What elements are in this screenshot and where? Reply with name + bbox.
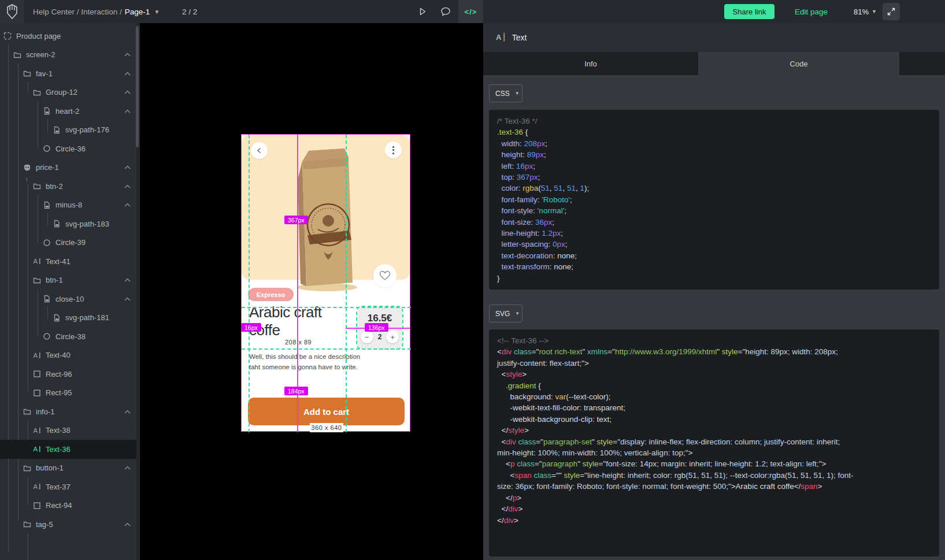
layer-row-rect-95[interactable]: Rect-95 <box>0 384 136 403</box>
layer-label: Text-38 <box>46 426 71 435</box>
favorite-button[interactable] <box>373 264 396 287</box>
collapse-chevron-icon[interactable] <box>124 466 131 470</box>
css-code-line: font-size: 36px; <box>497 217 931 228</box>
quantity-increase-button[interactable]: + <box>386 331 399 343</box>
layer-row-svg-path-181[interactable]: svg-path-181 <box>0 309 136 328</box>
layer-row-text-38[interactable]: AText-38 <box>0 421 136 440</box>
layer-row-circle-36[interactable]: Circle-36 <box>0 139 136 158</box>
layer-row-btn-2[interactable]: btn-2 <box>0 177 136 196</box>
phone-frame: Expresso Arabic craft coffe 208 x 89 16.… <box>241 134 410 432</box>
layer-row-rect-96[interactable]: Rect-96 <box>0 365 136 384</box>
layer-row-svg-path-176[interactable]: svg-path-176 <box>0 121 136 140</box>
collapse-chevron-icon[interactable] <box>124 203 131 207</box>
share-link-button[interactable]: Share link <box>724 4 774 19</box>
css-code-line: font-style: 'normal'; <box>497 205 931 216</box>
css-code-block: /* Text-36 */.text-36 { width: 208px; he… <box>489 110 939 290</box>
layer-row-minus-8[interactable]: minus-8 <box>0 196 136 215</box>
css-code-line: } <box>497 273 931 284</box>
collapse-chevron-icon[interactable] <box>124 53 131 57</box>
svg-icon <box>43 295 51 303</box>
design-canvas[interactable]: Expresso Arabic craft coffe 208 x 89 16.… <box>140 23 483 560</box>
text-type-icon: A⏐ <box>496 33 507 42</box>
collapse-chevron-icon[interactable] <box>124 297 131 301</box>
layer-row-circle-39[interactable]: Circle-39 <box>0 233 136 253</box>
fullscreen-button[interactable] <box>883 3 900 20</box>
play-button[interactable] <box>412 0 433 23</box>
sidebar-scrollbar[interactable] <box>136 23 139 560</box>
svg-code-line: </style> <box>497 425 931 436</box>
collapse-chevron-icon[interactable] <box>124 278 131 282</box>
collapse-chevron-icon[interactable] <box>124 522 131 526</box>
svg-icon <box>43 201 51 209</box>
css-language-select[interactable]: CSS ▼ <box>489 84 522 102</box>
layer-label: svg-path-176 <box>65 125 109 134</box>
breadcrumb-current-page: Page-1 <box>125 8 150 16</box>
edit-page-link[interactable]: Edit page <box>795 0 828 23</box>
zoom-level-dropdown[interactable]: 81% ▼ <box>854 0 877 23</box>
layer-row-text-36[interactable]: AText-36 <box>0 440 136 459</box>
layer-label: info-1 <box>36 407 55 416</box>
comments-button[interactable] <box>435 0 457 23</box>
measure-label-bottom: 184px <box>284 387 308 395</box>
back-button[interactable] <box>251 142 268 159</box>
css-language-value: CSS <box>495 90 510 98</box>
css-code-line: left: 16px; <box>497 161 931 172</box>
code-view-button[interactable]: </> <box>458 0 483 23</box>
layer-row-button-1[interactable]: button-1 <box>0 459 136 478</box>
add-to-cart-button[interactable]: Add to cart <box>248 398 405 425</box>
layer-row-close-10[interactable]: close-10 <box>0 290 136 309</box>
css-code-line: line-height: 1.2px; <box>497 228 931 239</box>
more-options-button[interactable] <box>385 142 402 158</box>
layer-row-screen-2[interactable]: screen-2 <box>0 46 136 65</box>
collapse-chevron-icon[interactable] <box>124 90 131 94</box>
layer-row-product page[interactable]: Product page <box>0 27 136 46</box>
text-icon: A <box>33 257 41 265</box>
folder-icon <box>13 51 21 59</box>
svg-code-line: </p> <box>497 492 931 503</box>
tab-code[interactable]: Code <box>698 52 899 75</box>
layer-row-fav-1[interactable]: fav-1 <box>0 64 136 83</box>
quantity-decrease-button[interactable]: − <box>361 331 373 343</box>
layer-label: close-10 <box>55 295 84 303</box>
chevron-down-icon: ▼ <box>515 311 520 316</box>
collapse-chevron-icon[interactable] <box>124 184 131 188</box>
collapse-chevron-icon[interactable] <box>124 410 131 414</box>
tab-info[interactable]: Info <box>483 52 698 75</box>
collapse-chevron-icon[interactable] <box>124 165 131 169</box>
layer-row-group-12[interactable]: Group-12 <box>0 83 136 102</box>
css-code-line: height: 89px; <box>497 149 931 160</box>
layer-row-text-37[interactable]: AText-37 <box>0 477 136 496</box>
layer-row-btn-1[interactable]: btn-1 <box>0 271 136 290</box>
breadcrumb[interactable]: Help Center / Interaction / Page-1 ▼ <box>33 0 160 23</box>
zoom-level-value: 81% <box>854 8 869 16</box>
layer-row-rect-94[interactable]: Rect-94 <box>0 496 136 516</box>
dot <box>392 146 394 148</box>
layer-row-text-41[interactable]: AText-41 <box>0 252 136 271</box>
layer-row-price-1[interactable]: price-1 <box>0 158 136 177</box>
layer-label: Text-40 <box>46 351 71 359</box>
breadcrumb-path: Help Center / Interaction / <box>33 8 122 16</box>
layer-label: Circle-39 <box>55 238 86 247</box>
collapse-chevron-icon[interactable] <box>124 109 131 113</box>
layer-label: fav-1 <box>36 69 53 78</box>
collapse-chevron-icon[interactable] <box>124 72 131 76</box>
app-logo[interactable] <box>0 0 24 23</box>
layer-row-text-40[interactable]: AText-40 <box>0 346 136 365</box>
layer-label: Text-37 <box>46 483 71 491</box>
layer-row-circle-38[interactable]: Circle-38 <box>0 327 136 346</box>
circle-icon <box>43 332 51 340</box>
text-icon: A <box>33 351 41 359</box>
layer-row-tag-5[interactable]: tag-5 <box>0 515 136 534</box>
chevron-down-icon[interactable]: ▼ <box>154 9 160 15</box>
layer-label: btn-2 <box>46 182 63 191</box>
sidebar-scrollbar-thumb[interactable] <box>136 26 139 147</box>
svg-language-select[interactable]: SVG ▼ <box>489 305 522 322</box>
svg-code-line: -webkit-background-clip: text; <box>497 414 931 425</box>
layer-label: svg-path-183 <box>65 220 109 228</box>
layer-label: Circle-36 <box>55 144 86 153</box>
svg-code-line: justify-content: flex-start;"> <box>497 358 931 369</box>
layer-row-info-1[interactable]: info-1 <box>0 402 136 421</box>
layer-row-heart-2[interactable]: heart-2 <box>0 102 136 121</box>
layer-row-svg-path-183[interactable]: svg-path-183 <box>0 214 136 233</box>
measure-label-left: 16px <box>241 323 261 332</box>
